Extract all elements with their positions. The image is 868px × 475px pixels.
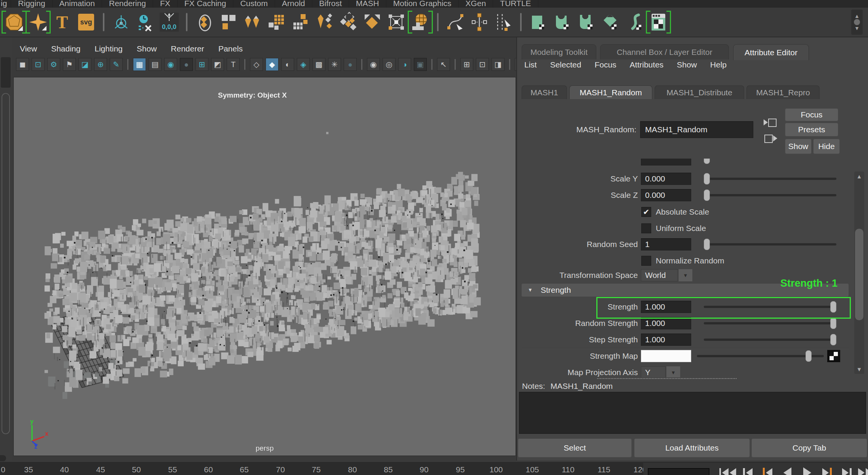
- step-strength-slider[interactable]: [704, 334, 836, 346]
- lights-icon[interactable]: ✳: [328, 58, 341, 71]
- load-attributes-button[interactable]: Load Attributes: [634, 438, 750, 457]
- node-tab-mash1-random[interactable]: MASH1_Random: [569, 85, 652, 99]
- strength-map-swatch[interactable]: [641, 350, 691, 362]
- step-back-key-button[interactable]: [759, 464, 776, 475]
- pan-zoom-icon[interactable]: ⊕: [94, 58, 107, 71]
- slider-handle[interactable]: [704, 173, 710, 185]
- scale-z-field[interactable]: 0.000: [641, 189, 691, 201]
- rotate-tool-icon[interactable]: [112, 13, 131, 32]
- hide-button[interactable]: Hide: [813, 139, 840, 154]
- viewport-3d[interactable]: Symmetry: Object X persp y x z: [13, 77, 516, 456]
- panel-single-icon[interactable]: ⊞: [460, 58, 473, 71]
- bookmark-icon[interactable]: ⚑: [63, 58, 76, 71]
- attr-field-partial[interactable]: [641, 159, 691, 165]
- node-tab-mash1[interactable]: MASH1: [522, 85, 567, 99]
- slider-handle[interactable]: [806, 350, 812, 362]
- menu-rendering[interactable]: Rendering: [102, 0, 153, 8]
- scroll-up-icon[interactable]: ▲: [854, 173, 864, 180]
- grease-pencil-icon[interactable]: ✎: [110, 58, 123, 71]
- snapshot-icon[interactable]: ◨: [492, 58, 504, 71]
- toolbox-capsule[interactable]: [2, 93, 10, 434]
- default-material-icon[interactable]: ▩: [312, 58, 325, 71]
- attr-slider-partial[interactable]: [704, 159, 710, 164]
- random-strength-field[interactable]: 1.000: [641, 317, 691, 329]
- menu-arnold[interactable]: Arnold: [275, 0, 312, 8]
- mash-visibility-icon[interactable]: [411, 13, 430, 32]
- image-plane-icon[interactable]: ◪: [78, 58, 91, 71]
- gate-mask-icon[interactable]: ●: [180, 58, 193, 71]
- slider-handle[interactable]: [830, 334, 836, 345]
- panel-multi-icon[interactable]: ⊡: [476, 58, 489, 71]
- viewport-menu-panels[interactable]: Panels: [218, 44, 243, 53]
- step-back-frame-button[interactable]: [739, 464, 756, 475]
- select-button[interactable]: Select: [518, 438, 632, 457]
- viewport-menu-show[interactable]: Show: [137, 44, 157, 53]
- tab-modeling-toolkit[interactable]: Modeling Toolkit: [522, 44, 596, 59]
- step-strength-field[interactable]: 1.000: [641, 334, 691, 346]
- random-seed-field[interactable]: 1: [641, 238, 691, 250]
- mash-dynamics-icon[interactable]: [601, 13, 620, 32]
- type-tool-icon[interactable]: T: [53, 13, 72, 32]
- menu-animation[interactable]: Animation: [53, 0, 102, 8]
- copy-node-icon[interactable]: [764, 117, 777, 129]
- menu-custom[interactable]: Custom: [233, 0, 275, 8]
- transformation-space-dropdown[interactable]: World: [641, 269, 678, 281]
- random-strength-slider[interactable]: [704, 317, 836, 329]
- mash-transform-icon[interactable]: [387, 13, 406, 32]
- ae-menu-help[interactable]: Help: [710, 60, 727, 69]
- scale-y-field[interactable]: 0.000: [641, 173, 691, 185]
- curve-dashed-icon[interactable]: [494, 13, 513, 32]
- isolate-select-icon[interactable]: ↖: [437, 58, 450, 71]
- shelf-scroll-widget[interactable]: ▲▼: [851, 10, 863, 35]
- absolute-scale-checkbox[interactable]: ✔: [641, 207, 651, 217]
- wireframe-on-shaded-icon[interactable]: ◈: [297, 58, 310, 71]
- lock-camera-icon[interactable]: ⊡: [32, 58, 45, 71]
- map-projection-axis-dropdown-arrow-icon[interactable]: ▼: [666, 366, 680, 377]
- normalize-random-checkbox[interactable]: [641, 256, 651, 266]
- ae-menu-focus[interactable]: Focus: [594, 60, 616, 69]
- depth-of-field-icon[interactable]: ▣: [414, 58, 427, 71]
- menu-fx-caching[interactable]: FX Caching: [178, 0, 234, 8]
- scale-z-slider[interactable]: [704, 189, 836, 201]
- poly-sphere-icon[interactable]: [5, 13, 24, 32]
- section-collapse-icon[interactable]: ▼: [528, 284, 533, 297]
- menu-bifrost[interactable]: Bifrost: [312, 0, 349, 8]
- occlusion-icon[interactable]: ◉: [367, 58, 380, 71]
- play-forwards-button[interactable]: [799, 464, 815, 475]
- star-tool-icon[interactable]: [29, 13, 48, 32]
- attribute-scrollbar[interactable]: ▲ ▼: [854, 172, 864, 374]
- menu-motion-graphics[interactable]: Motion Graphics: [386, 0, 459, 8]
- tab-channel-box-layer-editor[interactable]: Channel Box / Layer Editor: [600, 44, 729, 59]
- mash-distribute-icon[interactable]: [219, 13, 238, 32]
- scrollbar-thumb[interactable]: [855, 229, 863, 320]
- wireframe-icon[interactable]: ◇: [250, 58, 263, 71]
- textured-icon[interactable]: ◐: [281, 58, 294, 71]
- slider-handle[interactable]: [704, 189, 710, 201]
- current-frame-field[interactable]: [648, 468, 709, 475]
- transformation-space-dropdown-arrow-icon[interactable]: ▼: [679, 269, 692, 281]
- mash-id-icon[interactable]: [267, 13, 286, 32]
- show-button[interactable]: Show: [785, 139, 812, 154]
- curve-edit-icon[interactable]: [446, 13, 465, 32]
- reset-transform-icon[interactable]: 0,0,0: [160, 13, 179, 32]
- play-backwards-button[interactable]: [779, 464, 796, 475]
- notes-textarea[interactable]: [519, 392, 866, 434]
- mash-flight-icon[interactable]: [625, 13, 644, 32]
- presets-button[interactable]: Presets: [785, 123, 838, 136]
- shelf-scroll-down-icon[interactable]: ▼: [854, 26, 860, 31]
- copy-tab-button[interactable]: Copy Tab: [751, 438, 867, 457]
- shadows-icon[interactable]: ●: [344, 58, 357, 71]
- safe-title-icon[interactable]: T: [227, 58, 240, 71]
- toolbox-partial-icon[interactable]: [1, 57, 11, 88]
- mash-trails-icon[interactable]: [315, 13, 334, 32]
- safe-action-icon[interactable]: ◩: [211, 58, 224, 71]
- svg-tool-icon[interactable]: svg: [77, 13, 96, 32]
- go-to-end-button[interactable]: [858, 464, 868, 475]
- multisample-icon[interactable]: ◑: [398, 58, 411, 71]
- mash-dynamics-ground-icon[interactable]: [553, 13, 572, 32]
- random-seed-slider[interactable]: [704, 238, 836, 250]
- menu-rigging[interactable]: Rigging: [11, 0, 52, 8]
- scroll-down-icon[interactable]: ▼: [854, 366, 864, 372]
- ae-menu-selected[interactable]: Selected: [550, 60, 581, 69]
- go-to-start-button[interactable]: [719, 464, 736, 475]
